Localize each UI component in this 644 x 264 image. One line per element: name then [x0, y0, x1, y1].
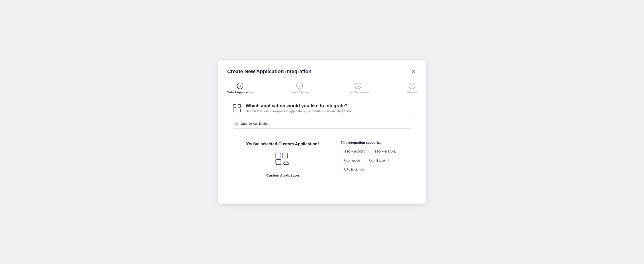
custom-app-icon	[274, 152, 292, 170]
step-4: 4 Review	[407, 83, 417, 94]
badge-user-export: User Export	[366, 157, 388, 164]
badge-user-import: User Import	[341, 157, 364, 164]
step-3-circle: 3	[355, 83, 361, 89]
selected-card: You've selected Custom Application! Cust…	[232, 134, 412, 185]
search-icon	[234, 122, 238, 126]
svg-line-5	[237, 124, 238, 125]
card-left: You've selected Custom Application! Cust…	[232, 134, 333, 185]
badge-sso-oidc: SSO with OIDC	[341, 148, 368, 155]
section-text: Which application would you like to inte…	[246, 103, 352, 113]
step-3-label: Enter General Info	[346, 91, 370, 94]
step-2-label: Select Options	[290, 91, 309, 94]
step-4-label: Review	[407, 91, 417, 94]
step-1-circle: 1	[237, 83, 244, 89]
step-1: 1 Select Application	[227, 83, 253, 94]
section-icon	[232, 103, 242, 113]
selected-app-title: You've selected Custom Application!	[246, 142, 319, 146]
step-1-label: Select Application	[227, 91, 253, 94]
section-heading: Which application would you like to inte…	[246, 103, 352, 109]
svg-rect-6	[276, 153, 281, 158]
supports-title: This integration supports:	[341, 141, 404, 144]
modal-title: Create New Application Integration	[227, 69, 312, 75]
stepper: 1 Select Application 2 Select Options 3 …	[227, 83, 417, 94]
badge-sso-saml: SSO with SAML	[371, 148, 399, 155]
modal-header: Create New Application Integration ✕	[227, 68, 417, 75]
card-right: This integration supports: SSO with OIDC…	[333, 134, 412, 185]
search-input[interactable]	[232, 119, 412, 129]
step-2-circle: 2	[296, 83, 303, 89]
step-3: 3 Enter General Info	[346, 83, 370, 94]
svg-rect-8	[276, 159, 281, 164]
badges-grid: SSO with OIDC SSO with SAML User Import …	[341, 148, 404, 173]
svg-rect-3	[238, 109, 241, 112]
svg-rect-2	[233, 109, 236, 112]
search-container	[232, 119, 412, 129]
section-header: Which application would you like to inte…	[232, 103, 412, 113]
step-4-circle: 4	[409, 83, 415, 89]
app-name-label: Custom Application	[266, 173, 299, 177]
close-icon: ✕	[411, 69, 416, 74]
badge-url-bookmark: URL Bookmark	[341, 166, 368, 173]
content-area: Which application would you like to inte…	[227, 103, 417, 185]
svg-rect-1	[238, 105, 241, 107]
close-button[interactable]: ✕	[410, 68, 417, 75]
section-subtext: Search from our ever-growing app catalog…	[246, 109, 352, 113]
modal: Create New Application Integration ✕ 1 S…	[218, 60, 426, 204]
svg-rect-7	[282, 153, 287, 158]
step-2: 2 Select Options	[290, 83, 309, 94]
svg-rect-0	[233, 105, 236, 107]
